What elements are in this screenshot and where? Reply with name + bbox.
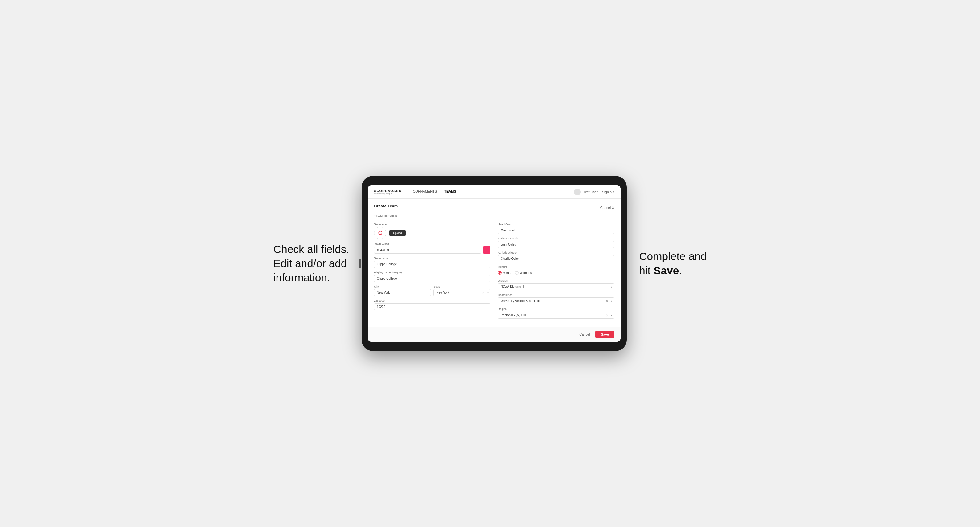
logo-circle: C — [374, 227, 386, 239]
team-logo-group: Team logo C Upload — [374, 223, 490, 239]
right-annotation-line-1: Complete and — [639, 250, 706, 262]
signout-link[interactable]: Sign out — [602, 190, 614, 194]
womens-radio-dot — [515, 271, 519, 275]
womens-label: Womens — [520, 271, 532, 275]
athletic-director-group: Athletic Director — [498, 251, 614, 262]
state-group: State New York California Texas ✕ ▾ — [433, 285, 490, 296]
head-coach-label: Head Coach — [498, 223, 614, 226]
division-group: Division NCAA Division III NCAA Division… — [498, 279, 614, 290]
division-select[interactable]: NCAA Division III NCAA Division I NCAA D… — [498, 283, 614, 290]
team-colour-label: Team colour — [374, 242, 490, 245]
conference-group: Conference University Athletic Associati… — [498, 294, 614, 305]
gender-label: Gender — [498, 265, 614, 268]
zip-input[interactable] — [374, 303, 490, 310]
team-name-input[interactable] — [374, 261, 490, 268]
right-annotation: Complete and hit Save. — [639, 249, 706, 278]
tablet-frame: SCOREBOARD Powered by clippd TOURNAMENTS… — [362, 176, 627, 351]
gender-group: Gender Mens Womens — [498, 265, 614, 276]
zip-group: Zip code — [374, 299, 490, 310]
gender-radio-group: Mens Womens — [498, 269, 614, 276]
conference-select[interactable]: University Athletic Association — [498, 297, 614, 305]
left-annotation: Check all fields. Edit and/or add inform… — [274, 242, 349, 284]
mens-label: Mens — [503, 271, 510, 275]
avatar — [574, 189, 581, 195]
team-colour-input[interactable] — [374, 246, 481, 254]
save-button[interactable]: Save — [595, 331, 614, 338]
form-header-bar: Create Team Cancel ✕ — [374, 204, 614, 212]
team-logo-label: Team logo — [374, 223, 490, 226]
form-footer: Cancel Save — [368, 327, 620, 342]
head-coach-group: Head Coach — [498, 223, 614, 234]
city-label: City — [374, 285, 431, 288]
tablet-side-button — [359, 259, 361, 268]
athletic-director-input[interactable] — [498, 255, 614, 262]
team-name-group: Team name — [374, 257, 490, 268]
logo-area: C Upload — [374, 227, 490, 239]
right-column: Head Coach Assistant Coach Athletic Dire… — [498, 223, 614, 322]
annotation-line-2: Edit and/or add — [274, 257, 347, 269]
conference-select-wrapper: University Athletic Association ✕ ▾ — [498, 297, 614, 305]
user-label: Test User | — [583, 190, 599, 194]
region-select-wrapper: Region II - (M) DIII ✕ ▾ — [498, 311, 614, 319]
nav-tournaments[interactable]: TOURNAMENTS — [411, 189, 437, 194]
assistant-coach-input[interactable] — [498, 241, 614, 248]
gender-womens-option[interactable]: Womens — [515, 271, 532, 275]
right-annotation-line-2c: . — [679, 264, 682, 276]
app-logo: SCOREBOARD Powered by clippd — [374, 189, 401, 195]
state-clear-icon[interactable]: ✕ — [482, 291, 484, 294]
assistant-coach-label: Assistant Coach — [498, 237, 614, 240]
city-input[interactable] — [374, 289, 431, 296]
right-annotation-line-2a: hit — [639, 264, 654, 276]
navigation-bar: SCOREBOARD Powered by clippd TOURNAMENTS… — [368, 185, 620, 199]
team-name-label: Team name — [374, 257, 490, 260]
region-select[interactable]: Region II - (M) DIII — [498, 311, 614, 319]
zip-label: Zip code — [374, 299, 490, 302]
display-name-input[interactable] — [374, 275, 490, 282]
annotation-line-1: Check all fields. — [274, 243, 349, 255]
logo-title: SCOREBOARD — [374, 189, 401, 193]
upload-button[interactable]: Upload — [389, 230, 406, 236]
conference-clear-icon[interactable]: ✕ — [606, 299, 608, 303]
form-title: Create Team — [374, 204, 398, 208]
cancel-button[interactable]: Cancel — [577, 331, 592, 338]
section-header: TEAM DETAILS — [374, 214, 614, 219]
team-colour-group: Team colour — [374, 242, 490, 254]
region-label: Region — [498, 308, 614, 311]
athletic-director-label: Athletic Director — [498, 251, 614, 254]
right-annotation-bold: Save — [654, 264, 679, 276]
region-clear-icon[interactable]: ✕ — [606, 313, 608, 317]
nav-user-area: Test User | Sign out — [574, 189, 614, 195]
annotation-line-3: information. — [274, 271, 330, 284]
gender-mens-option[interactable]: Mens — [498, 271, 510, 275]
tablet-screen: SCOREBOARD Powered by clippd TOURNAMENTS… — [368, 185, 620, 342]
conference-label: Conference — [498, 294, 614, 297]
city-group: City — [374, 285, 431, 296]
colour-swatch — [483, 246, 490, 254]
form-columns: Team logo C Upload Team colour — [374, 223, 614, 322]
display-name-label: Display name (unique) — [374, 271, 490, 274]
head-coach-input[interactable] — [498, 227, 614, 234]
state-label: State — [433, 285, 490, 288]
state-select-wrapper: New York California Texas ✕ ▾ — [433, 289, 490, 296]
content-area: Create Team Cancel ✕ TEAM DETAILS Team l… — [368, 199, 620, 327]
assistant-coach-group: Assistant Coach — [498, 237, 614, 248]
city-state-row: City State New York California Texas — [374, 285, 490, 299]
left-column: Team logo C Upload Team colour — [374, 223, 490, 322]
division-select-wrapper: NCAA Division III NCAA Division I NCAA D… — [498, 283, 614, 290]
mens-radio-dot — [498, 271, 501, 275]
top-cancel-link[interactable]: Cancel ✕ — [600, 206, 614, 210]
region-group: Region Region II - (M) DIII ✕ ▾ — [498, 308, 614, 319]
division-label: Division — [498, 279, 614, 282]
colour-input-row — [374, 246, 490, 254]
nav-teams[interactable]: TEAMS — [444, 189, 456, 194]
display-name-group: Display name (unique) — [374, 271, 490, 282]
nav-links: TOURNAMENTS TEAMS — [411, 189, 574, 194]
logo-subtitle: Powered by clippd — [374, 193, 401, 195]
